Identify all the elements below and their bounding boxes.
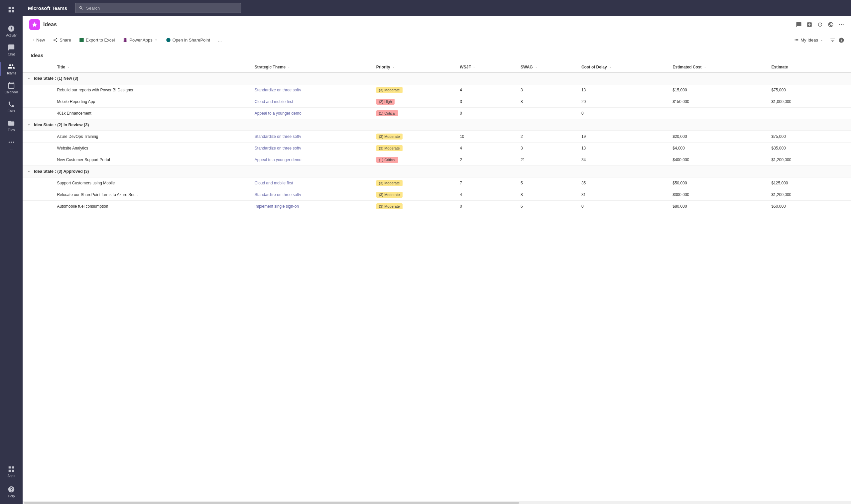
estimate-cell: $125,000 [767, 177, 851, 189]
search-bar[interactable] [75, 3, 241, 13]
th-swag[interactable]: SWAG [517, 62, 578, 72]
apps-grid-button[interactable] [8, 3, 15, 18]
ideas-app-icon [29, 19, 40, 30]
sidebar-item-files[interactable]: Files [0, 116, 23, 135]
expand-cell [23, 96, 53, 108]
collapse-icon-0[interactable] [26, 76, 31, 81]
refresh-icon[interactable] [817, 22, 823, 28]
table-header-row: Title Strategic Theme [23, 62, 851, 72]
sidebar-item-calendar[interactable]: Calendar [0, 78, 23, 97]
collapse-icon-2[interactable] [26, 169, 31, 174]
my-ideas-button[interactable]: My Ideas [791, 36, 827, 44]
th-estimate[interactable]: Estimate [767, 62, 851, 72]
sidebar-item-calls[interactable]: Calls [0, 97, 23, 116]
table-row[interactable]: Support Customers using Mobile Cloud and… [23, 177, 851, 189]
theme-cell[interactable]: Cloud and mobile first [251, 177, 372, 189]
sidebar-item-activity[interactable]: Activity [0, 22, 23, 40]
th-title[interactable]: Title [53, 62, 250, 72]
svg-point-4 [8, 142, 10, 143]
sidebar-item-help[interactable]: Help [0, 482, 23, 501]
estimate-cell: $75,000 [767, 131, 851, 143]
theme-cell[interactable]: Appeal to a younger demo [251, 154, 372, 166]
wsjf-cell: 0 [456, 201, 517, 212]
open-sharepoint-button[interactable]: Open in SharePoint [162, 36, 213, 44]
table-row[interactable]: 401k Enhancement Appeal to a younger dem… [23, 108, 851, 119]
theme-cell[interactable]: Appeal to a younger demo [251, 108, 372, 119]
svg-point-5 [11, 142, 12, 143]
filter-icon[interactable] [830, 37, 836, 43]
popout-icon[interactable] [806, 22, 812, 28]
horizontal-scrollbar[interactable] [23, 501, 851, 504]
est-cost-cell: $300,000 [669, 189, 767, 201]
globe-icon[interactable] [828, 22, 834, 28]
theme-cell[interactable]: Standardize on three softv [251, 84, 372, 96]
est-cost-cell: $20,000 [669, 131, 767, 143]
table-row[interactable]: Azure DevOps Training Standardize on thr… [23, 131, 851, 143]
svg-rect-2 [8, 10, 11, 12]
svg-rect-3 [12, 10, 14, 12]
sidebar-item-chat[interactable]: Chat [0, 40, 23, 59]
swag-cell: 3 [517, 84, 578, 96]
share-button[interactable]: Share [50, 36, 74, 44]
power-apps-button[interactable]: Power Apps [119, 36, 161, 44]
table-row[interactable]: Automobile fuel consumption Implement si… [23, 201, 851, 212]
info-icon[interactable] [838, 37, 844, 43]
svg-rect-9 [8, 470, 11, 472]
search-icon [79, 6, 84, 10]
expand-cell [23, 189, 53, 201]
export-button[interactable]: Export to Excel [76, 36, 118, 44]
th-cod[interactable]: Cost of Delay [578, 62, 669, 72]
table-row[interactable]: Rebuild our reports with Power BI Design… [23, 84, 851, 96]
svg-rect-0 [8, 7, 11, 9]
th-priority[interactable]: Priority [372, 62, 456, 72]
svg-point-13 [843, 24, 844, 25]
estimate-cell [767, 108, 851, 119]
app-title: Microsoft Teams [28, 5, 67, 11]
th-wsjf[interactable]: WSJF [456, 62, 517, 72]
search-input[interactable] [86, 6, 238, 11]
chat-icon[interactable] [796, 22, 802, 28]
estimate-cell: $1,000,000 [767, 96, 851, 108]
new-button[interactable]: + New [29, 36, 48, 44]
group-label-0: Idea State : (1) New (3) [34, 76, 78, 81]
table-row[interactable]: Website Analytics Standardize on three s… [23, 143, 851, 154]
estimate-cell: $35,000 [767, 143, 851, 154]
table-row[interactable]: Mobile Reporting App Cloud and mobile fi… [23, 96, 851, 108]
title-cell: New Customer Support Portal [53, 154, 250, 166]
swag-cell: 6 [517, 201, 578, 212]
scroll-thumb[interactable] [24, 502, 519, 504]
theme-cell[interactable]: Standardize on three softv [251, 189, 372, 201]
sort-icon-theme [287, 65, 291, 69]
toolbar-right: My Ideas [791, 36, 844, 44]
svg-rect-10 [12, 470, 14, 472]
share-icon [53, 38, 58, 42]
sharepoint-icon [166, 38, 171, 42]
cod-cell: 0 [578, 108, 669, 119]
more-icon[interactable] [838, 22, 844, 28]
th-expand [23, 62, 53, 72]
collapse-icon-1[interactable] [26, 123, 31, 127]
est-cost-cell: $150,000 [669, 96, 767, 108]
title-cell: Website Analytics [53, 143, 250, 154]
priority-cell: (3) Moderate [372, 177, 456, 189]
table-row[interactable]: New Customer Support Portal Appeal to a … [23, 154, 851, 166]
more-options-button[interactable]: ... [215, 36, 225, 44]
wsjf-cell: 0 [456, 108, 517, 119]
expand-cell [23, 108, 53, 119]
swag-cell: 21 [517, 154, 578, 166]
th-theme[interactable]: Strategic Theme [251, 62, 372, 72]
sidebar-item-more[interactable]: ... [0, 135, 23, 154]
svg-point-6 [13, 142, 14, 143]
theme-cell[interactable]: Implement single sign-on [251, 201, 372, 212]
theme-cell[interactable]: Standardize on three softv [251, 131, 372, 143]
th-est-cost[interactable]: Estimated Cost [669, 62, 767, 72]
priority-cell: (3) Moderate [372, 84, 456, 96]
sidebar-item-apps[interactable]: Apps [0, 462, 23, 481]
theme-cell[interactable]: Standardize on three softv [251, 143, 372, 154]
group-label-2: Idea State : (3) Approved (3) [34, 169, 89, 174]
theme-cell[interactable]: Cloud and mobile first [251, 96, 372, 108]
table-row[interactable]: Relocate our SharePoint farms to Azure S… [23, 189, 851, 201]
cod-cell: 0 [578, 201, 669, 212]
sidebar-item-teams[interactable]: Teams [0, 59, 23, 78]
power-apps-icon [123, 38, 128, 42]
